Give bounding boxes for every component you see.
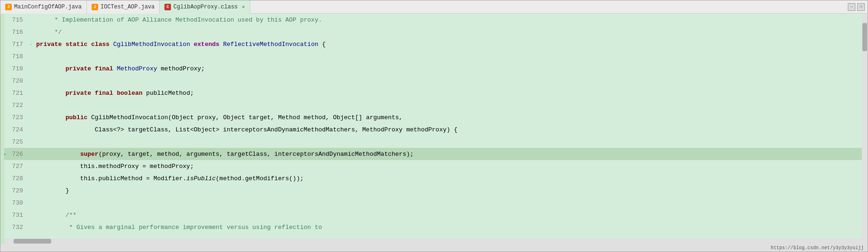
window-controls: — ❐ [848,3,868,11]
bottom-left-spacer [4,238,862,244]
horizontal-scrollbar-thumb[interactable] [14,239,51,244]
line-number-717: 717 [4,41,28,48]
line-content-720 [34,77,862,84]
line-number-726: 726 [4,151,28,158]
line-content-718 [34,53,862,60]
vertical-scrollbar-thumb[interactable] [862,23,867,51]
line-number-721: 721 [4,90,28,97]
code-body: 715 * Implementation of AOP Alliance Met… [4,14,862,244]
line-number-728: 728 [4,175,28,182]
code-line-730: 730 [4,197,862,209]
fold-717[interactable]: - [28,41,34,47]
debug-margin [0,14,4,244]
code-line-732: 732 * Gives a marginal performance impro… [4,221,862,233]
line-content-729: } [34,187,862,194]
line-content-726: super(proxy, target, method, arguments, … [34,151,862,158]
code-line-729: 729 } [4,184,862,197]
bottom-area [4,238,862,244]
code-line-727: 727 this.methodProxy = methodProxy; [4,160,862,172]
status-bar: https://blog.csdn.net/y3y3y3yuijj [0,244,868,252]
line-number-722: 722 [4,102,28,109]
code-line-717: 717 - private static class CglibMethodIn… [4,38,862,50]
tab-label-cglib-proxy: CglibAopProxy.class [173,4,238,10]
horizontal-scrollbar[interactable] [4,238,862,244]
line-content-730 [34,199,862,206]
line-number-732: 732 [4,224,28,231]
line-number-727: 727 [4,163,28,170]
minimize-button[interactable]: — [848,3,855,11]
java-icon: J [5,4,12,10]
line-content-715: * Implementation of AOP Alliance MethodI… [34,16,862,23]
code-line-728: 728 this.publicMethod = Modifier.isPubli… [4,172,862,184]
line-number-724: 724 [4,126,28,133]
code-line-721: 721 private final boolean publicMethod; [4,87,862,99]
line-number-719: 719 [4,65,28,72]
line-content-722 [34,102,862,109]
code-container: 715 * Implementation of AOP Alliance Met… [0,14,868,244]
line-content-725 [34,138,862,145]
line-number-725: 725 [4,138,28,145]
tab-bar: J MainConfigOfAOP.java J IOCTest_AOP.jav… [0,0,868,14]
code-line-724: 724 Class<?> targetClass, List<Object> i… [4,123,862,136]
code-line-718: 718 [4,50,862,62]
tab-label-main-config: MainConfigOfAOP.java [14,4,82,10]
code-lines: 715 * Implementation of AOP Alliance Met… [4,14,862,238]
line-number-730: 730 [4,199,28,206]
code-line-716: 716 */ [4,26,862,38]
line-content-721: private final boolean publicMethod; [34,90,862,97]
line-number-729: 729 [4,187,28,194]
line-content-727: this.methodProxy = methodProxy; [34,163,862,170]
java-icon-2: J [92,4,98,10]
tab-cglib-proxy[interactable]: C CglibAopProxy.class ✕ [160,0,250,14]
line-content-728: this.publicMethod = Modifier.isPublic(me… [34,175,862,182]
line-number-716: 716 [4,29,28,36]
line-number-723: 723 [4,114,28,121]
line-content-719: private final MethodProxy methodProxy; [34,65,862,72]
main-window: J MainConfigOfAOP.java J IOCTest_AOP.jav… [0,0,868,252]
line-content-717: private static class CglibMethodInvocati… [34,41,862,48]
line-number-718: 718 [4,53,28,60]
code-line-725: 725 [4,136,862,148]
code-line-719: 719 private final MethodProxy methodProx… [4,62,862,75]
line-content-724: Class<?> targetClass, List<Object> inter… [34,126,862,133]
tab-close-button[interactable]: ✕ [242,4,245,10]
status-url: https://blog.csdn.net/y3y3y3yuijj [771,245,864,251]
tab-label-ioc-test: IOCTest_AOP.java [101,4,155,10]
tab-ioc-test[interactable]: J IOCTest_AOP.java [87,0,160,14]
tab-main-config[interactable]: J MainConfigOfAOP.java [0,0,87,14]
code-line-720: 720 [4,75,862,87]
line-content-716: */ [34,29,862,36]
line-content-732: * Gives a marginal performance improveme… [34,224,862,231]
code-line-731: 731 /** [4,209,862,221]
line-number-715: 715 [4,16,28,23]
line-content-723: public CglibMethodInvocation(Object prox… [34,114,862,121]
code-line-726: 726 ▶ super(proxy, target, method, argum… [4,148,862,160]
line-content-731: /** [34,212,862,219]
maximize-button[interactable]: ❐ [857,3,865,11]
line-number-731: 731 [4,212,28,219]
line-number-720: 720 [4,77,28,84]
code-line-723: 723 public CglibMethodInvocation(Object … [4,111,862,123]
debug-arrow-icon: ▶ [4,149,6,159]
class-icon: C [164,4,171,10]
code-line-715: 715 * Implementation of AOP Alliance Met… [4,14,862,26]
code-line-722: 722 [4,99,862,111]
vertical-scrollbar[interactable] [862,14,868,244]
